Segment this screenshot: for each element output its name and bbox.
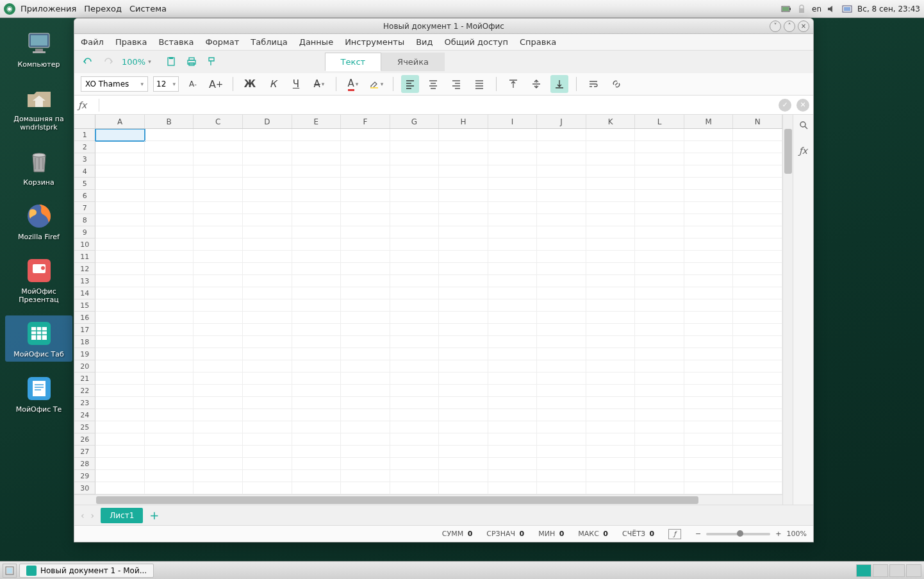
cell-I30[interactable] (488, 482, 538, 494)
cell-B3[interactable] (145, 153, 194, 165)
cell-J17[interactable] (537, 324, 586, 336)
cell-L1[interactable] (635, 129, 684, 141)
cell-L28[interactable] (635, 458, 684, 470)
cell-M6[interactable] (684, 190, 734, 202)
column-header-G[interactable]: G (390, 115, 440, 128)
cell-E27[interactable] (292, 446, 342, 458)
cell-G8[interactable] (390, 214, 440, 226)
system-menu-places[interactable]: Переход (84, 4, 122, 13)
cell-B15[interactable] (145, 299, 194, 312)
cell-C20[interactable] (194, 360, 243, 373)
cell-E6[interactable] (292, 190, 342, 202)
cell-C5[interactable] (194, 178, 243, 190)
cell-C8[interactable] (194, 214, 243, 226)
row-header-25[interactable]: 25 (74, 421, 95, 433)
cell-G22[interactable] (390, 385, 440, 397)
cell-E19[interactable] (292, 348, 342, 360)
cell-A2[interactable] (95, 141, 145, 153)
workspace-4[interactable] (906, 564, 921, 577)
cell-M14[interactable] (684, 287, 734, 299)
cell-I15[interactable] (488, 299, 538, 312)
row-header-30[interactable]: 30 (74, 482, 95, 494)
cell-H9[interactable] (439, 226, 488, 239)
sheet-tab[interactable]: Лист1 (101, 508, 143, 523)
cell-A16[interactable] (95, 312, 145, 324)
cell-M23[interactable] (684, 397, 734, 409)
cell-H21[interactable] (439, 373, 488, 385)
cell-F15[interactable] (341, 299, 390, 312)
cell-I7[interactable] (488, 202, 538, 214)
cell-G7[interactable] (390, 202, 440, 214)
cell-F2[interactable] (341, 141, 390, 153)
cell-B16[interactable] (145, 312, 194, 324)
cell-G11[interactable] (390, 251, 440, 263)
row-header-1[interactable]: 1 (74, 129, 95, 141)
cell-N22[interactable] (733, 385, 782, 397)
cell-C18[interactable] (194, 336, 243, 348)
cell-K22[interactable] (586, 385, 636, 397)
cell-A17[interactable] (95, 324, 145, 336)
window-close-button[interactable]: × (798, 21, 809, 32)
cell-D29[interactable] (243, 470, 292, 482)
cell-L12[interactable] (635, 263, 684, 275)
cell-K15[interactable] (586, 299, 636, 312)
italic-button[interactable]: К (264, 75, 282, 93)
cell-E8[interactable] (292, 214, 342, 226)
cell-M16[interactable] (684, 312, 734, 324)
cell-B12[interactable] (145, 263, 194, 275)
cell-B27[interactable] (145, 446, 194, 458)
cell-J24[interactable] (537, 409, 586, 421)
cell-L11[interactable] (635, 251, 684, 263)
cell-D27[interactable] (243, 446, 292, 458)
row-header-19[interactable]: 19 (74, 348, 95, 360)
cell-J19[interactable] (537, 348, 586, 360)
cell-M10[interactable] (684, 239, 734, 251)
cell-N26[interactable] (733, 433, 782, 446)
cell-F27[interactable] (341, 446, 390, 458)
window-maximize-button[interactable]: ˄ (784, 21, 795, 32)
cell-J3[interactable] (537, 153, 586, 165)
row-header-22[interactable]: 22 (74, 385, 95, 397)
cell-G17[interactable] (390, 324, 440, 336)
cell-G9[interactable] (390, 226, 440, 239)
cell-L18[interactable] (635, 336, 684, 348)
cell-A25[interactable] (95, 421, 145, 433)
menu-таблица[interactable]: Таблица (251, 37, 288, 47)
cell-E10[interactable] (292, 239, 342, 251)
cell-F11[interactable] (341, 251, 390, 263)
cell-I3[interactable] (488, 153, 538, 165)
align-left-button[interactable] (401, 75, 419, 93)
cell-A15[interactable] (95, 299, 145, 312)
desktop-icon-trash[interactable]: Корзина (5, 144, 72, 189)
cell-K18[interactable] (586, 336, 636, 348)
row-header-6[interactable]: 6 (74, 190, 95, 202)
cell-N29[interactable] (733, 470, 782, 482)
status-fx-button[interactable]: ƒ (668, 529, 681, 539)
cell-G19[interactable] (390, 348, 440, 360)
cell-C25[interactable] (194, 421, 243, 433)
menu-общий доступ[interactable]: Общий доступ (445, 37, 508, 47)
cell-C10[interactable] (194, 239, 243, 251)
zoom-in-button[interactable]: + (775, 530, 781, 538)
cell-H1[interactable] (439, 129, 488, 141)
cell-M8[interactable] (684, 214, 734, 226)
row-header-27[interactable]: 27 (74, 446, 95, 458)
cell-D1[interactable] (243, 129, 292, 141)
bold-button[interactable]: Ж (241, 75, 259, 93)
cell-B20[interactable] (145, 360, 194, 373)
cell-M1[interactable] (684, 129, 734, 141)
cell-H28[interactable] (439, 458, 488, 470)
cell-F28[interactable] (341, 458, 390, 470)
cell-C17[interactable] (194, 324, 243, 336)
cell-H15[interactable] (439, 299, 488, 312)
cell-E23[interactable] (292, 397, 342, 409)
cell-D28[interactable] (243, 458, 292, 470)
font-size-select[interactable]: 12▾ (153, 76, 179, 92)
cell-A8[interactable] (95, 214, 145, 226)
cell-I27[interactable] (488, 446, 538, 458)
cell-C26[interactable] (194, 433, 243, 446)
row-header-23[interactable]: 23 (74, 397, 95, 409)
cell-A18[interactable] (95, 336, 145, 348)
cell-I17[interactable] (488, 324, 538, 336)
cell-A13[interactable] (95, 275, 145, 287)
